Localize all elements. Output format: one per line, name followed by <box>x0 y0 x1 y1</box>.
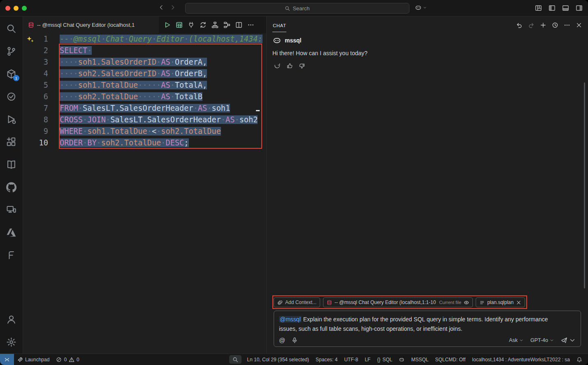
activity-settings[interactable] <box>0 331 23 353</box>
thumbs-down-button[interactable] <box>297 61 307 71</box>
mic-icon[interactable] <box>291 337 298 344</box>
code-line[interactable]: ····soh2.SalesOrderID·AS·OrderB, <box>60 68 266 80</box>
context-chip-current-file[interactable]: -- @mssql Chat Query Editor (localhost,1… <box>323 297 473 307</box>
thumbs-up-button[interactable] <box>285 61 295 71</box>
status-zoom[interactable] <box>229 355 242 364</box>
activity-notebooks[interactable] <box>0 153 23 176</box>
activity-fabric[interactable] <box>0 244 23 267</box>
add-context-button[interactable]: Add Context... <box>274 297 320 307</box>
chat-history-button[interactable] <box>550 20 560 30</box>
estimated-execution-plan-button[interactable] <box>221 16 233 33</box>
activity-github[interactable] <box>0 176 23 199</box>
planIcon-icon <box>223 21 230 28</box>
status-problems[interactable]: 00 <box>53 354 82 365</box>
activity-remote-explorer[interactable] <box>0 199 23 221</box>
code-line[interactable]: ····soh2.TotalDue·····AS·TotalB <box>60 91 266 103</box>
chat-input-content[interactable]: @mssqlExplain the execution plan for the… <box>279 315 548 334</box>
mssql-mention-chip[interactable]: @mssql <box>279 316 302 323</box>
status-sqlcmd[interactable]: SQLCMD: Off <box>432 354 469 365</box>
status-mssql[interactable]: MSSQL <box>408 354 432 365</box>
visualize-schema-button[interactable] <box>209 16 221 33</box>
change-connection-button[interactable] <box>197 16 209 33</box>
undo-button[interactable] <box>514 20 524 30</box>
remove-attachment-icon[interactable] <box>516 300 521 305</box>
toggle-panel-button[interactable] <box>562 5 569 12</box>
go-back-button[interactable] <box>158 4 165 11</box>
chat-input[interactable]: @mssqlExplain the execution plan for the… <box>274 311 581 347</box>
code-line[interactable]: SELECT· <box>60 45 266 56</box>
chat-panel: CHAT mssql Hi there! How can I assist yo… <box>266 16 588 353</box>
thumbUp-icon <box>286 63 293 69</box>
status-language-mode[interactable]: {}SQL <box>374 354 395 365</box>
more-actions-button[interactable] <box>562 20 572 30</box>
customize-layout-button[interactable] <box>535 5 542 12</box>
run-query-button[interactable] <box>161 16 173 33</box>
toggle-secondary-sidebar-button[interactable] <box>576 5 583 12</box>
minimize-window-button[interactable] <box>14 6 19 11</box>
database-icon <box>28 22 34 28</box>
code-editor[interactable]: 12345678910 --·@mssql·Chat·Query·Editor·… <box>23 33 266 353</box>
status-eol[interactable]: LF <box>361 354 374 365</box>
copilot-sparkle-icon[interactable] <box>26 35 34 43</box>
gear-icon <box>6 337 16 347</box>
remote-icon <box>4 357 10 363</box>
code-line[interactable]: ····soh1.SalesOrderID·AS·OrderA, <box>60 56 266 68</box>
status-copilot[interactable] <box>395 354 408 365</box>
command-center-search[interactable]: Search <box>185 3 409 14</box>
ellipsis-icon <box>247 21 254 28</box>
tab-query-editor[interactable]: -- @mssql Chat Query Editor (localhost,1 <box>23 16 159 33</box>
close-panel-button[interactable] <box>574 20 584 30</box>
tab-bar: -- @mssql Chat Query Editor (localhost,1 <box>23 16 266 33</box>
eye-icon[interactable] <box>464 300 469 305</box>
scrollbar[interactable] <box>584 82 585 288</box>
redo-button[interactable] <box>526 20 536 30</box>
status-launchpad[interactable]: Launchpad <box>14 354 53 365</box>
activity-sql-extension[interactable]: 1 <box>0 63 23 85</box>
activity-extensions[interactable] <box>0 131 23 153</box>
close-window-button[interactable] <box>5 6 10 11</box>
status-text: MSSQL <box>411 357 428 363</box>
status-text: SQL <box>382 357 392 363</box>
model-picker[interactable]: GPT-4o <box>530 337 554 343</box>
more-actions-button[interactable] <box>245 16 257 33</box>
status-cursor-position[interactable]: Ln 10, Col 29 (354 selected) <box>244 354 312 365</box>
status-remote[interactable] <box>0 354 14 365</box>
send-button[interactable] <box>561 337 576 344</box>
search-placeholder: Search <box>293 5 309 12</box>
context-chip-plan-file[interactable]: plan.sqlplan <box>476 297 525 307</box>
activity-azure[interactable] <box>0 221 23 244</box>
code-line[interactable]: WHERE·soh1.TotalDue·<·soh2.TotalDue <box>60 126 266 137</box>
activity-accounts[interactable] <box>0 308 23 331</box>
status-indentation[interactable]: Spaces: 4 <box>312 354 341 365</box>
book-icon <box>6 159 16 170</box>
go-forward-button[interactable] <box>170 4 176 11</box>
activity-testing[interactable] <box>0 85 23 108</box>
new-chat-button[interactable] <box>538 20 548 30</box>
status-notifications[interactable] <box>573 354 586 365</box>
regenerate-button[interactable] <box>272 61 282 71</box>
code-line[interactable]: CROSS·JOIN·SalesLT.SalesOrderHeader·AS·s… <box>60 114 266 126</box>
zoom-window-button[interactable] <box>22 6 27 11</box>
status-connection[interactable]: localhost,1434 : AdventureWorksLT2022 : … <box>469 354 573 365</box>
code-line[interactable]: --·@mssql·Chat·Query·Editor·(localhost,1… <box>60 33 266 45</box>
send-icon <box>561 337 567 344</box>
activity-search[interactable] <box>0 17 23 40</box>
split-editor-button[interactable] <box>233 16 245 33</box>
activity-source-control[interactable] <box>0 40 23 63</box>
mode-picker[interactable]: Ask <box>509 337 523 343</box>
mention-button[interactable]: @ <box>279 337 285 344</box>
copilot-icon <box>415 4 422 11</box>
open-results-grid-button[interactable] <box>173 16 185 33</box>
code-line[interactable]: FROM·SalesLT.SalesOrderHeader·AS·soh1 <box>60 103 266 114</box>
code-line[interactable]: ····soh1.TotalDue·····AS·TotalA, <box>60 80 266 91</box>
code-line[interactable]: ORDER·BY·soh2.TotalDue·DESC; <box>60 137 266 149</box>
line-number: 10 <box>23 137 48 149</box>
activity-run-and-debug[interactable] <box>0 108 23 131</box>
toggle-primary-sidebar-button[interactable] <box>548 5 555 12</box>
line-number: 5 <box>23 80 48 91</box>
chat-panel-title[interactable]: CHAT <box>272 18 286 32</box>
status-encoding[interactable]: UTF-8 <box>341 354 361 365</box>
copilot-menu-button[interactable] <box>415 4 427 11</box>
sync-icon <box>200 21 207 28</box>
disconnect-button[interactable] <box>185 16 197 33</box>
